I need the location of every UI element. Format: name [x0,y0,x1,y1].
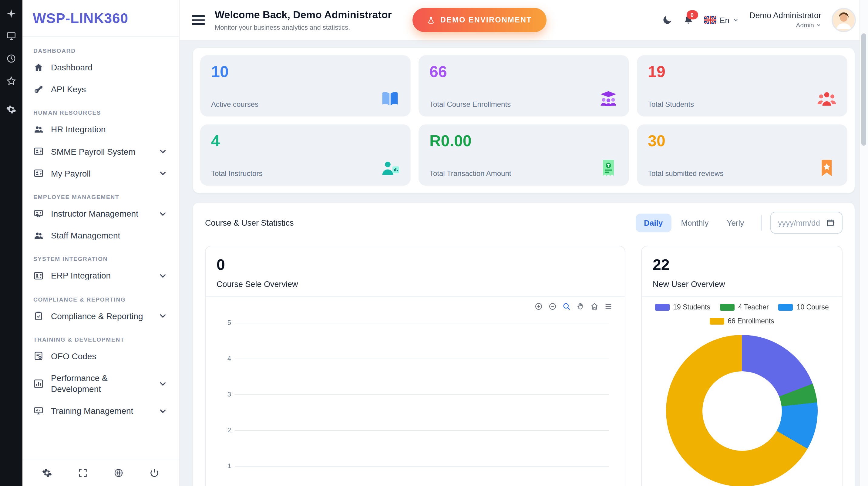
document-codes-icon [33,351,44,361]
settings-gear-icon[interactable] [42,467,52,478]
key-icon [33,84,44,95]
sidebar-item-my-payroll[interactable]: My Payroll [30,162,171,184]
sidebar-item-label: HR Integration [51,124,106,135]
sidebar-item-label: ERP Integration [51,270,111,281]
hamburger-menu-icon[interactable] [192,16,205,25]
sidebar-item-training-management[interactable]: Training Management [30,400,171,422]
sidebar-item-api-keys[interactable]: API Keys [30,78,171,100]
calendar-icon [826,218,835,227]
clock-icon[interactable] [6,53,17,64]
top-header: Welcome Back, Demo Administrator Monitor… [180,0,868,40]
flask-icon [427,16,435,24]
zoom-in-icon[interactable] [534,302,543,311]
clipboard-check-icon [33,311,44,321]
brand-logo[interactable]: WSP-LINK360 [33,10,128,26]
tab-monthly[interactable]: Monthly [672,213,717,232]
stat-label: Active courses [211,100,400,109]
sidebar-item-staff-management[interactable]: Staff Management [30,224,171,246]
star-icon[interactable] [6,76,17,86]
sidebar-item-label: Training Management [51,405,133,417]
stat-value: 10 [211,63,400,81]
legend-course[interactable]: 10 Course [778,303,829,311]
menu-icon[interactable] [604,302,613,311]
language-label: En [720,16,730,25]
avatar[interactable] [832,8,856,32]
legend-label: 4 Teacher [738,303,769,311]
stat-value: 19 [648,63,836,81]
stat-label: Total submitted reviews [648,169,836,178]
legend-students[interactable]: 19 Students [655,303,710,311]
language-selector[interactable]: En [704,16,739,25]
legend-label: 19 Students [673,303,710,311]
demo-environment-button[interactable]: DEMO ENVIRONMENT [412,8,547,32]
sidebar-item-label: SMME Payroll System [51,146,135,157]
section-label-training: TRAINING & DEVELOPMENT [33,336,168,342]
legend-enrollments[interactable]: 66 Enrollments [709,317,774,325]
sparkle-icon[interactable] [6,8,17,19]
sidebar-item-label: My Payroll [51,168,91,179]
welcome-block: Welcome Back, Demo Administrator Monitor… [215,9,392,31]
sidebar-item-erp-integration[interactable]: ERP Integration [30,265,171,287]
chart-toolbar [217,297,614,313]
settings-icon[interactable] [6,104,17,115]
selection-zoom-icon[interactable] [562,302,571,311]
sidebar-item-dashboard[interactable]: Dashboard [30,56,171,78]
y-tick: 1 [217,462,231,469]
app-root: WSP-LINK360 DASHBOARD Dashboard API Keys… [0,0,868,486]
dark-mode-toggle[interactable] [661,14,672,26]
header-right: 0 En Demo Administrator Admin [661,8,856,32]
section-label-dashboard: DASHBOARD [33,47,168,54]
content-area: 10 Active courses 66 Total Course Enroll… [180,40,868,486]
graduates-icon [597,88,619,110]
payroll-card-icon [33,169,44,179]
course-sale-value: 0 [217,256,614,274]
tab-daily[interactable]: Daily [636,213,671,232]
presentation-icon [33,406,44,416]
sidebar-item-hr-integration[interactable]: HR Integration [30,119,171,141]
sidebar-item-smme-payroll[interactable]: SMME Payroll System [30,141,171,162]
students-group-icon [816,88,838,110]
users-icon [33,230,44,241]
globe-icon[interactable] [114,467,124,478]
donut-legend-row-1: 19 Students 4 Teacher 10 Course [653,303,831,311]
chevron-down-icon [158,378,168,389]
tab-yerly[interactable]: Yerly [718,213,752,232]
charts-row: 0 Course Sele Overview [205,246,842,486]
home-reset-icon[interactable] [590,302,599,311]
section-label-employee: EMPLOYEE MANAGEMENT [33,193,168,200]
stat-value: 30 [648,132,836,150]
stat-label: Total Instructors [211,169,400,178]
legend-label: 10 Course [797,303,829,311]
legend-swatch [778,304,793,310]
sidebar-item-performance-development[interactable]: Performance & Development [30,367,171,400]
stat-label: Total Students [648,100,836,109]
sidebar-item-compliance-reporting[interactable]: Compliance & Reporting [30,305,171,327]
power-icon[interactable] [149,467,159,478]
sidebar-item-instructor-management[interactable]: Instructor Management [30,203,171,224]
date-placeholder: yyyy/mm/dd [778,218,820,227]
y-tick: 5 [217,319,231,326]
new-user-title: New User Overview [653,280,831,289]
stat-card-active-courses: 10 Active courses [200,55,411,117]
legend-teacher[interactable]: 4 Teacher [720,303,769,311]
sidebar-item-ofo-codes[interactable]: OFO Codes [30,345,171,367]
pan-icon[interactable] [576,302,585,311]
chevron-down-icon [733,17,739,23]
gridline [235,430,609,431]
stat-card-instructors: 4 Total Instructors [200,124,411,186]
notifications-button[interactable]: 0 [683,14,693,26]
logo-wrap: WSP-LINK360 [23,0,179,37]
zoom-out-icon[interactable] [548,302,557,311]
gridline [235,359,609,359]
fullscreen-icon[interactable] [78,467,88,478]
page-scrollbar [860,0,868,486]
y-tick: 4 [217,355,231,362]
date-input[interactable]: yyyy/mm/dd [770,212,842,234]
scrollbar-thumb[interactable] [861,33,866,146]
device-icon[interactable] [6,31,17,41]
user-menu[interactable]: Demo Administrator Admin [749,11,821,29]
donut-chart[interactable] [666,335,818,486]
sidebar-item-label: API Keys [51,84,86,95]
book-icon [379,88,401,110]
legend-label: 66 Enrollments [727,317,774,325]
